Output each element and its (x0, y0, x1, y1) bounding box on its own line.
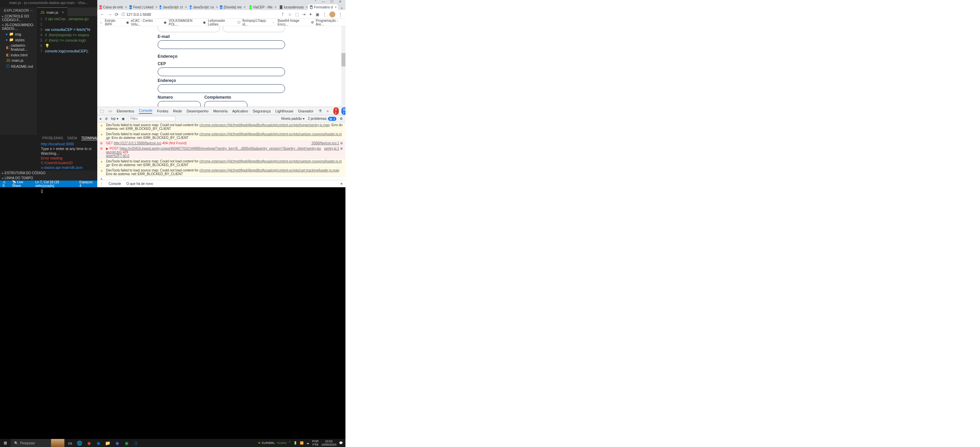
drawer-console-tab[interactable]: Console (109, 182, 121, 185)
console-filter[interactable] (128, 116, 175, 121)
console-settings-icon[interactable]: ⚙ (340, 117, 343, 120)
nav-back-icon[interactable]: ← (100, 12, 105, 17)
bookmark-eCAC - C[interactable]: ◉eCAC - Centro Virtu... (126, 19, 159, 26)
file-README.md[interactable]: ⓘREADME.md (4, 63, 37, 69)
chrome-app-icon[interactable]: 🌐 (75, 439, 84, 447)
status-position[interactable]: Ln 7, Col 10 (16 selecionado) (35, 180, 75, 188)
close-icon[interactable]: × (62, 10, 64, 15)
tray-notifications-icon[interactable]: 💬 (339, 441, 343, 445)
status-spaces[interactable]: Espaços: 4 (80, 180, 95, 188)
addr-icon-4[interactable]: ✦ (309, 12, 312, 17)
file-main.js[interactable]: JSmain.js (4, 58, 37, 63)
devtools-tab-rede[interactable]: Rede (173, 109, 182, 113)
devtools-tab-console[interactable]: Console (139, 109, 152, 114)
url-input[interactable]: ⓘ 127.0.0.1:5500 (121, 12, 278, 17)
tab-close-icon[interactable]: × (275, 5, 277, 9)
scrollbar-thumb[interactable] (341, 53, 345, 67)
console-output[interactable]: ▲DevTools failed to load source map: Cou… (97, 123, 345, 180)
tab-close-icon[interactable]: × (185, 5, 187, 9)
browser-tab-6[interactable]: ⎔lucasabreuas× (278, 4, 308, 10)
news-widget[interactable] (51, 439, 64, 447)
section-outline[interactable]: ESTRUTURA DO CÓDIGO (0, 171, 97, 176)
bookmark-florinpo[interactable]: ⎔florinpop17/app-id... (237, 19, 268, 26)
clear-console-icon[interactable]: ⊘ (105, 117, 108, 120)
devtools-tab-fontes[interactable]: Fontes (157, 109, 169, 113)
console-log-line[interactable]: ⊘▶ POST https://o20410.ingest.sentry.io/… (97, 146, 345, 159)
console-log-line[interactable]: ▲DevTools failed to load source map: Cou… (97, 132, 345, 140)
section-source-control[interactable]: CONTROLE DO CÓDIGO-F... (0, 14, 37, 22)
error-badge[interactable]: ⊘ 2 (333, 107, 339, 115)
scrollbar-track[interactable] (341, 26, 345, 107)
status-liveshare[interactable]: 📡 Live Share (12, 180, 31, 188)
site-info-icon[interactable]: ⓘ (121, 12, 125, 17)
tray-time[interactable]: 10:52 (321, 440, 336, 443)
drawer-whatsnew-tab[interactable]: O que há de novo (126, 182, 153, 185)
bookmark-Programa[interactable]: ⚙Programação - Áre... (311, 19, 343, 26)
browser-tab-3[interactable]: aJavaScript: co× (188, 4, 218, 10)
vscode-app-icon[interactable]: ⟨⟩ (132, 439, 140, 447)
new-tab-button[interactable]: + (338, 6, 345, 10)
bookmark-VOLKSWAG[interactable]: ◉VOLKSWAGEN POL... (164, 19, 198, 26)
tab-close-icon[interactable]: × (243, 5, 245, 9)
tray-chevron-icon[interactable]: ˄ (289, 441, 291, 445)
console-log-line[interactable]: ▲DevTools failed to load source map: Cou… (97, 123, 345, 132)
console-log-line[interactable]: ▲DevTools failed to load source map: Cou… (97, 159, 345, 168)
addr-icon-5[interactable]: ▣ (316, 12, 319, 17)
spotify-app-icon[interactable]: ◉ (122, 439, 131, 447)
bookmark-Base64 I[interactable]: ▫Base64 Image Enco... (273, 19, 306, 26)
addr-icon-3[interactable]: ⇥ (302, 12, 305, 17)
tab-close-icon[interactable]: × (335, 5, 337, 9)
input-endereco[interactable] (158, 84, 285, 93)
browser-tab-5[interactable]: VViaCEP - We× (248, 4, 278, 10)
more-tabs-icon[interactable]: » (327, 109, 329, 113)
devtools-tab-segurança[interactable]: Segurança (253, 109, 270, 113)
term-tab-problemas[interactable]: PROBLEMAS (42, 136, 63, 140)
devtools-tab-gravador[interactable]: Gravador (298, 109, 313, 113)
tab-close-icon[interactable]: × (155, 5, 157, 9)
tray-battery-icon[interactable]: 🔋 (293, 441, 297, 445)
browser-tab-7[interactable]: ◉Formulário d× (308, 4, 338, 10)
input-cep[interactable] (158, 67, 285, 76)
taskbar-search[interactable]: 🔍 Pesquisar (11, 439, 51, 447)
explorer-more-icon[interactable]: ··· (30, 9, 33, 13)
input-prev1[interactable] (158, 26, 220, 32)
editor-tab-mainjs[interactable]: JS main.js × (37, 7, 67, 17)
browser-tab-1[interactable]: inFeed | Linked× (127, 4, 158, 10)
input-numero[interactable] (158, 101, 201, 107)
addr-icon-2[interactable]: ⬚ (295, 12, 299, 17)
chrome-menu-icon[interactable]: ⋮ (338, 12, 343, 17)
browser-tab-0[interactable]: MCaixa de entr× (97, 4, 127, 10)
nav-forward-icon[interactable]: → (107, 12, 112, 17)
file-img[interactable]: ▸ 📁img (4, 31, 37, 37)
tab-close-icon[interactable]: × (306, 5, 308, 9)
context-dropdown[interactable]: top ▾ (111, 117, 118, 120)
status-warnings[interactable]: ⚠ 0 (3, 180, 8, 188)
devtools-tab-lighthouse[interactable]: Lighthouse (275, 109, 293, 113)
weather-widget[interactable]: ☀ EUR/BRL +0,84% (258, 441, 287, 445)
explorer-app-icon[interactable]: 📁 (103, 439, 112, 447)
nav-reload-icon[interactable]: ⟳ (115, 12, 119, 17)
console-log-line[interactable]: ⊘GET http://127.0.0.1:5500/favicon.ico 4… (97, 140, 345, 146)
section-project[interactable]: JS-CONSUMINDO-DADOS-... (0, 22, 37, 31)
devtools-tab-memória[interactable]: Memória (213, 109, 228, 113)
edge-app-icon[interactable]: ◉ (94, 439, 103, 447)
eye-icon[interactable]: ◉ (122, 117, 125, 120)
tab-close-icon[interactable]: × (216, 5, 218, 9)
discord-app-icon[interactable]: ◉ (113, 439, 121, 447)
taskview-icon[interactable]: ▭ (66, 439, 75, 447)
code-editor[interactable]: 1// api viaCep - pesquisa go23var consul… (37, 16, 97, 54)
addr-icon-1[interactable]: ☆ (288, 12, 292, 17)
devtools-tab-elementos[interactable]: Elementos (117, 109, 134, 113)
addr-icon-6[interactable]: ⋮ (323, 12, 327, 17)
term-tab-saída[interactable]: SAÍDA (67, 136, 77, 140)
start-button[interactable]: ⊞ (0, 441, 11, 445)
term-tab-terminal[interactable]: TERMINAL (81, 136, 98, 140)
tray-cloud-icon[interactable]: ☁ (306, 441, 309, 445)
browser-tab-2[interactable]: aJavaScript: cr× (158, 4, 188, 10)
office-app-icon[interactable]: ◉ (84, 439, 93, 447)
profile-avatar[interactable] (329, 11, 336, 18)
drawer-close-icon[interactable]: ✕ (340, 182, 343, 185)
device-icon[interactable]: ▭ (108, 109, 112, 113)
console-log-line[interactable]: ▲DevTools failed to load source map: Cou… (97, 168, 345, 177)
levels-dropdown[interactable]: Níveis padrão ▾ (281, 117, 304, 120)
